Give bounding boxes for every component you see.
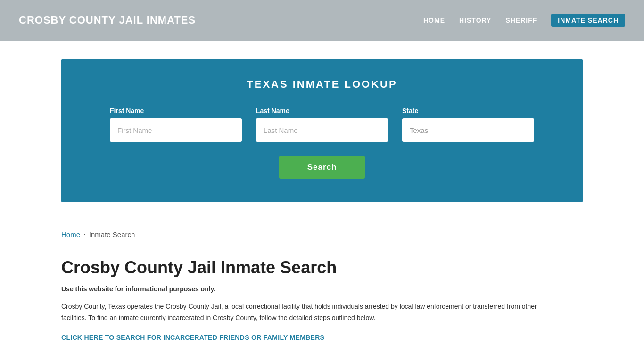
- last-name-group: Last Name: [256, 107, 388, 142]
- site-header: CROSBY COUNTY JAIL INMATES HOME HISTORY …: [0, 0, 644, 41]
- click-here-link[interactable]: CLICK HERE to Search for Incarcerated Fr…: [61, 334, 324, 341]
- page-heading: Crosby County Jail Inmate Search: [61, 257, 583, 278]
- breadcrumb-separator: •: [84, 232, 85, 237]
- search-button-wrap: Search: [90, 156, 554, 179]
- first-name-group: First Name: [110, 107, 242, 142]
- last-name-label: Last Name: [256, 107, 388, 115]
- search-title: TEXAS INMATE LOOKUP: [90, 78, 554, 90]
- first-name-label: First Name: [110, 107, 242, 115]
- breadcrumb: Home • Inmate Search: [0, 221, 644, 248]
- nav-inmate-search[interactable]: INMATE SEARCH: [551, 14, 625, 27]
- nav-history[interactable]: HISTORY: [459, 16, 491, 24]
- last-name-input[interactable]: [256, 118, 388, 142]
- breadcrumb-home-link[interactable]: Home: [61, 230, 80, 239]
- breadcrumb-current: Inmate Search: [89, 230, 135, 239]
- search-section: TEXAS INMATE LOOKUP First Name Last Name…: [61, 59, 583, 202]
- state-label: State: [402, 107, 534, 115]
- nav-home[interactable]: HOME: [423, 16, 445, 24]
- state-group: State: [402, 107, 534, 142]
- first-name-input[interactable]: [110, 118, 242, 142]
- site-title: CROSBY COUNTY JAIL INMATES: [19, 14, 196, 26]
- description-text: Crosby County, Texas operates the Crosby…: [61, 301, 542, 324]
- state-input[interactable]: [402, 118, 534, 142]
- search-button[interactable]: Search: [279, 156, 365, 179]
- disclaimer-text: Use this website for informational purpo…: [61, 285, 583, 293]
- main-nav: HOME HISTORY SHERIFF INMATE SEARCH: [423, 14, 625, 27]
- nav-sheriff[interactable]: SHERIFF: [505, 16, 537, 24]
- main-content: Crosby County Jail Inmate Search Use thi…: [0, 248, 644, 361]
- search-fields: First Name Last Name State: [90, 107, 554, 142]
